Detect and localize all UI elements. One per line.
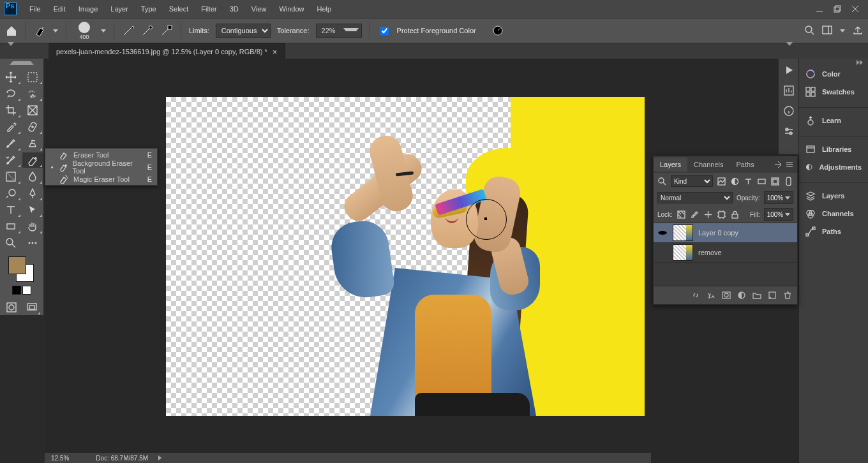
brush-picker-dropdown-icon[interactable] — [101, 29, 106, 33]
menu-edit[interactable]: Edit — [47, 2, 72, 16]
layer-thumbnail[interactable] — [673, 224, 693, 241]
visibility-eye-icon[interactable] — [657, 228, 668, 238]
dock-info-icon[interactable] — [779, 102, 799, 120]
hand-tool[interactable] — [22, 219, 43, 234]
panel-collapse-right-icon[interactable] — [786, 42, 793, 46]
tab-paths[interactable]: Paths — [730, 158, 761, 172]
filter-adjust-icon[interactable] — [730, 177, 740, 186]
move-tool[interactable] — [1, 70, 21, 85]
layer-mask-icon[interactable] — [722, 291, 731, 300]
filter-shape-icon[interactable] — [757, 177, 767, 186]
filter-toggle-icon[interactable] — [784, 177, 793, 186]
flyout-item-bg-eraser[interactable]: • Background Eraser Tool E — [45, 161, 157, 173]
fill-input[interactable]: 100% — [764, 208, 793, 221]
sampling-continuous-icon[interactable] — [122, 24, 135, 37]
quick-mask-icon[interactable] — [3, 300, 20, 315]
status-menu-icon[interactable] — [158, 455, 161, 460]
layer-row[interactable]: Layer 0 copy — [654, 223, 797, 243]
new-layer-icon[interactable] — [768, 291, 777, 300]
dock-histogram-icon[interactable] — [779, 82, 799, 99]
quick-select-tool[interactable] — [22, 86, 43, 101]
filter-pixel-icon[interactable] — [717, 177, 726, 186]
foreground-color-swatch[interactable] — [8, 256, 26, 274]
menu-3d[interactable]: 3D — [223, 2, 245, 16]
tab-layers[interactable]: Layers — [654, 158, 687, 172]
share-icon[interactable] — [853, 25, 863, 36]
edit-toolbar[interactable] — [22, 235, 43, 251]
menu-window[interactable]: Window — [273, 2, 310, 16]
dock-learn[interactable]: Learn — [799, 112, 868, 129]
menu-help[interactable]: Help — [311, 2, 338, 16]
brush-preview[interactable]: 400 — [74, 19, 94, 42]
layer-row[interactable]: remove — [654, 243, 797, 263]
tool-preset-dropdown-icon[interactable] — [53, 29, 58, 33]
dock-adjustments[interactable]: Adjustments — [799, 158, 868, 176]
swap-colors-icon[interactable] — [22, 286, 31, 295]
menu-select[interactable]: Select — [163, 2, 195, 16]
menu-view[interactable]: View — [245, 2, 273, 16]
lock-all-icon[interactable] — [730, 210, 740, 219]
lasso-tool[interactable] — [1, 86, 21, 101]
dodge-tool[interactable] — [1, 186, 21, 201]
filter-type-icon[interactable] — [744, 177, 753, 186]
history-brush-tool[interactable] — [1, 152, 21, 168]
menu-type[interactable]: Type — [135, 2, 163, 16]
panel-menu-icon[interactable] — [786, 161, 793, 168]
tolerance-input[interactable]: 22% — [316, 24, 362, 38]
brush-tool[interactable] — [1, 136, 21, 151]
protect-fg-checkbox[interactable] — [380, 27, 389, 35]
dock-collapse-icon[interactable] — [799, 59, 868, 65]
layer-name[interactable]: Layer 0 copy — [698, 229, 738, 237]
layer-thumbnail[interactable] — [673, 244, 693, 261]
eyedropper-tool[interactable] — [1, 119, 21, 135]
dock-color[interactable]: Color — [799, 65, 868, 83]
frame-tool[interactable] — [22, 103, 43, 118]
group-icon[interactable] — [752, 291, 761, 300]
sampling-bg-swatch-icon[interactable] — [160, 24, 173, 37]
document-tab-close-icon[interactable]: × — [273, 47, 278, 57]
filter-smart-icon[interactable] — [770, 177, 780, 186]
menu-layer[interactable]: Layer — [104, 2, 135, 16]
lock-transparency-icon[interactable] — [677, 210, 686, 219]
type-tool[interactable] — [1, 202, 21, 217]
menu-image[interactable]: Image — [72, 2, 105, 16]
screen-mode-icon[interactable] — [23, 300, 41, 315]
sampling-once-icon[interactable] — [141, 24, 154, 37]
panel-dock-icon[interactable] — [774, 161, 782, 168]
lock-position-icon[interactable] — [703, 210, 713, 219]
zoom-level[interactable]: 12.5% — [51, 455, 69, 462]
filter-kind-select[interactable]: Kind — [671, 175, 713, 187]
search-icon[interactable] — [804, 25, 814, 36]
clone-stamp-tool[interactable] — [22, 136, 43, 151]
menu-filter[interactable]: Filter — [195, 2, 223, 16]
dock-swatches[interactable]: Swatches — [799, 83, 868, 101]
path-select-tool[interactable] — [22, 202, 43, 217]
workspace-dropdown-icon[interactable] — [840, 29, 845, 33]
blur-tool[interactable] — [22, 169, 43, 184]
dock-channels[interactable]: Channels — [799, 205, 868, 223]
window-close-button[interactable] — [846, 0, 864, 18]
panel-collapse-left-icon[interactable] — [8, 42, 14, 46]
link-layers-icon[interactable] — [691, 291, 700, 300]
dock-play-icon[interactable] — [779, 61, 799, 79]
lock-artboard-icon[interactable] — [717, 210, 726, 219]
dock-adjust-icon[interactable] — [779, 122, 799, 140]
gradient-tool[interactable] — [1, 169, 21, 184]
crop-tool[interactable] — [1, 103, 21, 118]
default-colors-icon[interactable] — [12, 286, 21, 295]
opacity-input[interactable]: 100% — [764, 191, 793, 204]
window-minimize-button[interactable] — [811, 0, 828, 18]
lock-pixels-icon[interactable] — [690, 210, 700, 219]
delete-layer-icon[interactable] — [783, 291, 792, 300]
pressure-icon[interactable] — [491, 24, 504, 37]
adjustment-layer-icon[interactable] — [737, 291, 746, 300]
dock-paths[interactable]: Paths — [799, 223, 868, 240]
layer-fx-icon[interactable] — [707, 291, 715, 300]
pen-tool[interactable] — [22, 186, 43, 201]
limits-select[interactable]: Contiguous — [216, 24, 271, 38]
doc-info[interactable]: Doc: 68.7M/87.5M — [96, 455, 148, 462]
menu-file[interactable]: File — [23, 2, 47, 16]
filter-search-icon[interactable] — [657, 177, 667, 186]
document-tab[interactable]: pexels-juan-mendez-1536619.jpg @ 12.5% (… — [49, 43, 285, 60]
window-restore-button[interactable] — [828, 0, 846, 18]
